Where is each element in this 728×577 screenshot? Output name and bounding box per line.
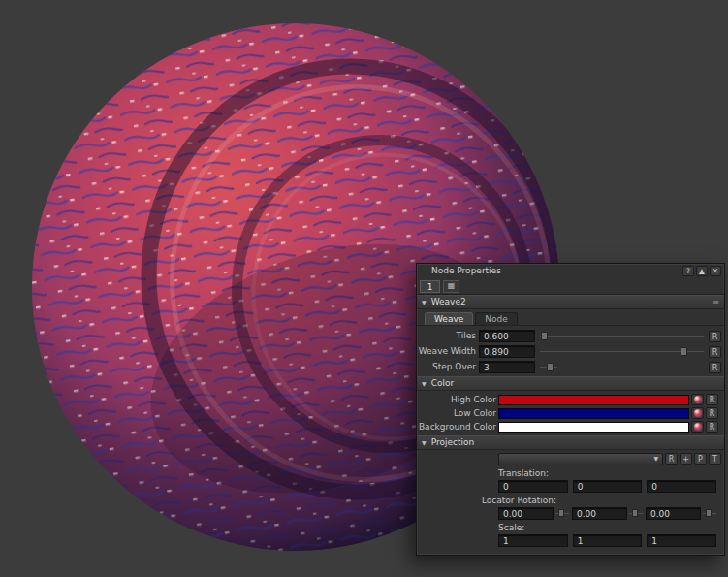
- panel-list-button[interactable]: ▦: [443, 280, 459, 293]
- projection-reset-button[interactable]: R: [665, 453, 678, 465]
- scale-z-input[interactable]: 1: [647, 534, 716, 547]
- background-color-label: Background Color: [417, 423, 496, 432]
- collapse-triangle-icon: ▼: [422, 381, 427, 387]
- color-rows: High Color R Low Color R Background Colo…: [417, 391, 724, 435]
- panel-tab-1[interactable]: 1: [420, 280, 440, 293]
- color-section-header[interactable]: ▼ Color: [417, 376, 724, 391]
- projection-t-button[interactable]: T: [709, 453, 721, 465]
- scale-y-input[interactable]: 1: [573, 534, 643, 547]
- weave-width-label: Weave Width: [417, 347, 476, 356]
- step-over-row: Step Over 3 R: [417, 361, 721, 373]
- color-wheel-glyph: [694, 423, 702, 431]
- high-color-row: High Color R: [417, 394, 721, 405]
- tiles-input[interactable]: 0.600: [479, 330, 535, 342]
- step-over-label: Step Over: [417, 363, 476, 371]
- collapse-triangle-icon: ▼: [422, 300, 427, 305]
- slider-handle[interactable]: [547, 363, 554, 371]
- projection-combo-row: ▼ R + P T: [417, 450, 724, 465]
- grid-icon: ▦: [448, 282, 456, 290]
- slider-handle[interactable]: [558, 509, 564, 517]
- color-wheel-icon[interactable]: [691, 421, 704, 433]
- low-color-label: Low Color: [417, 409, 496, 418]
- color-wheel-glyph: [694, 409, 702, 417]
- translation-label: Translation:: [417, 465, 724, 478]
- background-color-row: Background Color R: [417, 421, 721, 433]
- node-properties-panel: Node Properties ? ▲ ✕ 1 ▦ ▼ Weave2 ≡ Wea…: [416, 263, 725, 556]
- rotation-z-input[interactable]: 0.00: [646, 507, 701, 520]
- low-color-reset-button[interactable]: R: [706, 407, 718, 419]
- tiles-slider[interactable]: [538, 330, 706, 342]
- weave-subtabs: Weave Node: [417, 309, 724, 326]
- background-color-swatch[interactable]: [498, 422, 689, 433]
- tiles-label: Tiles: [417, 332, 476, 340]
- low-color-swatch[interactable]: [498, 408, 689, 419]
- panel-title: Node Properties: [431, 267, 501, 275]
- tiles-row: Tiles 0.600 R: [417, 330, 721, 342]
- scale-fields: 1 1 1: [417, 532, 724, 547]
- tab-weave[interactable]: Weave: [425, 312, 473, 325]
- color-section-label: Color: [431, 379, 455, 388]
- scale-label-text: Scale:: [498, 524, 524, 532]
- close-icon[interactable]: ✕: [710, 266, 721, 276]
- translation-x-input[interactable]: 0: [498, 480, 568, 493]
- translation-z-input[interactable]: 0: [647, 480, 716, 493]
- rotation-x-slider[interactable]: [555, 508, 569, 519]
- weave2-section-label: Weave2: [431, 298, 466, 306]
- weave-width-input[interactable]: 0.890: [479, 345, 535, 358]
- weave-width-reset-button[interactable]: R: [709, 346, 721, 358]
- projection-p-button[interactable]: P: [694, 453, 707, 465]
- high-color-reset-button[interactable]: R: [706, 394, 718, 405]
- rotation-z-slider[interactable]: [703, 508, 716, 519]
- high-color-swatch[interactable]: [498, 395, 689, 405]
- weave-width-slider[interactable]: [538, 345, 706, 358]
- collapse-triangle-icon: ▼: [422, 440, 427, 446]
- weave-fields: Tiles 0.600 R Weave Width 0.890 R Step O…: [417, 326, 724, 376]
- step-over-slider[interactable]: [538, 361, 559, 373]
- slider-handle[interactable]: [541, 332, 548, 340]
- rotation-fields: 0.00 0.00 0.00: [417, 505, 724, 520]
- projection-section-header[interactable]: ▼ Projection: [417, 435, 724, 450]
- app-window: Node Properties ? ▲ ✕ 1 ▦ ▼ Weave2 ≡ Wea…: [0, 0, 728, 577]
- weave-width-row: Weave Width 0.890 R: [417, 345, 721, 358]
- rotation-z-item: 0.00: [646, 507, 716, 520]
- rotation-x-input[interactable]: 0.00: [498, 507, 554, 520]
- high-color-label: High Color: [417, 396, 496, 404]
- low-color-row: Low Color R: [417, 407, 721, 419]
- scale-x-input[interactable]: 1: [498, 534, 568, 547]
- step-over-reset-button[interactable]: R: [709, 362, 721, 373]
- projection-dropdown[interactable]: ▼: [498, 453, 663, 465]
- chevron-down-icon: ▼: [653, 456, 658, 462]
- slider-track: [540, 351, 704, 352]
- translation-fields: 0 0 0: [417, 478, 724, 493]
- scale-label: Scale:: [417, 520, 724, 532]
- translation-y-input[interactable]: 0: [573, 480, 643, 493]
- help-icon[interactable]: ?: [682, 266, 694, 276]
- tab-node[interactable]: Node: [475, 312, 518, 325]
- rotation-y-slider[interactable]: [629, 508, 643, 519]
- pin-icon[interactable]: ▲: [696, 266, 708, 276]
- translation-label-text: Translation:: [498, 469, 549, 478]
- locator-rotation-label-text: Locator Rotation:: [482, 497, 556, 505]
- slider-handle[interactable]: [706, 509, 712, 517]
- panel-tabstrip: 1 ▦: [417, 278, 724, 295]
- slider-handle[interactable]: [681, 347, 687, 356]
- color-wheel-icon[interactable]: [691, 407, 704, 419]
- color-wheel-icon[interactable]: [691, 394, 704, 405]
- section-menu-icon[interactable]: ≡: [712, 299, 719, 306]
- tiles-reset-button[interactable]: R: [709, 331, 721, 342]
- projection-section-label: Projection: [431, 438, 475, 447]
- color-wheel-glyph: [694, 396, 702, 403]
- locator-rotation-label: Locator Rotation:: [417, 493, 724, 505]
- slider-handle[interactable]: [632, 509, 638, 517]
- rotation-y-input[interactable]: 0.00: [572, 507, 627, 520]
- panel-titlebar[interactable]: Node Properties ? ▲ ✕: [417, 264, 724, 278]
- step-over-input[interactable]: 3: [479, 361, 535, 373]
- rotation-y-item: 0.00: [572, 507, 643, 520]
- slider-track: [540, 336, 704, 337]
- projection-add-button[interactable]: +: [680, 453, 692, 465]
- rotation-x-item: 0.00: [498, 507, 569, 520]
- weave2-section-header[interactable]: ▼ Weave2 ≡: [417, 295, 724, 309]
- background-color-reset-button[interactable]: R: [706, 421, 718, 433]
